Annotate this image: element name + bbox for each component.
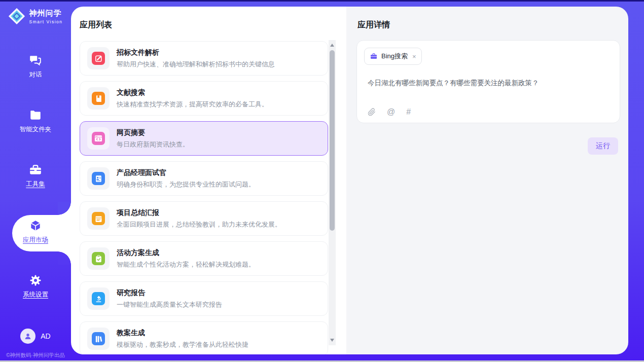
sidebar-item-toolset[interactable]: 工具集 — [0, 163, 71, 189]
edit-doc-icon — [94, 54, 103, 63]
chat-icon — [29, 54, 42, 67]
app-desc: 明确身份和职责，为您提供专业性的面试问题。 — [117, 180, 255, 189]
app-desc: 智能生成个性化活动方案，轻松解决规划难题。 — [117, 260, 255, 269]
sidebar-item-label: 对话 — [29, 70, 42, 79]
tool-tag-bing-search[interactable]: Bing搜索 × — [364, 48, 422, 65]
top-edge-bar — [0, 0, 644, 2]
prompt-input[interactable]: 今日湖北有哪些新闻要点？有哪些需要关注的最新政策？ — [368, 78, 610, 88]
sidebar-item-settings[interactable]: 系统设置 — [0, 274, 71, 299]
sidebar-item-label: 系统设置 — [23, 291, 48, 299]
briefcase-icon — [370, 52, 378, 60]
resume-icon — [94, 174, 103, 183]
run-button[interactable]: 运行 — [588, 137, 618, 155]
folder-icon — [29, 108, 42, 122]
app-name: 招标文件解析 — [117, 48, 275, 57]
scroll-up-arrow-icon[interactable] — [330, 44, 334, 47]
attachment-icon[interactable] — [368, 108, 376, 116]
app-item-webpage-summary[interactable]: 网页摘要 每日政府新闻资讯快查。 — [80, 121, 328, 156]
brand-name: 神州问学 — [29, 9, 62, 18]
scrollbar[interactable] — [329, 40, 336, 345]
tool-tag-label: Bing搜索 — [381, 52, 408, 61]
sidebar-item-chat[interactable]: 对话 — [0, 54, 71, 79]
remove-tool-icon[interactable]: × — [412, 53, 416, 60]
calendar-icon — [94, 214, 103, 223]
app-detail-panel: 应用详情 Bing搜索 × 今日湖北有哪些新闻要点？有哪些需要关注的最新政策？ — [346, 7, 628, 354]
sidebar-item-app-market[interactable]: 应用市场 — [0, 219, 71, 244]
brand-logo: 神州问学 Smart Vision — [0, 8, 71, 25]
app-detail-title: 应用详情 — [357, 20, 390, 30]
microscope-icon — [94, 295, 103, 303]
app-item-literature-search[interactable]: 文献搜索 快速精准查找学术资源，提高研究效率的必备工具。 — [80, 81, 328, 116]
app-item-project-summary[interactable]: 项目总结汇报 全面回顾项目进展，总结经验教训，助力未来优化发展。 — [80, 201, 328, 236]
diamond-logo-icon — [8, 8, 25, 25]
cube-icon — [29, 219, 42, 232]
sidebar: 神州问学 Smart Vision 对话 智能文件夹 — [0, 0, 71, 362]
person-icon — [23, 332, 32, 341]
toolbox-icon — [29, 163, 42, 176]
clipboard-check-icon — [94, 255, 103, 263]
sidebar-item-label: 工具集 — [26, 180, 45, 189]
hash-icon[interactable]: # — [406, 108, 411, 116]
app-item-research-report[interactable]: 研究报告 一键智能生成高质量长文本研究报告 — [80, 281, 328, 316]
app-name: 活动方案生成 — [117, 248, 255, 258]
app-name: 产品经理面试官 — [117, 168, 255, 177]
gear-icon — [29, 274, 42, 287]
app-desc: 快速精准查找学术资源，提高研究效率的必备工具。 — [117, 100, 268, 109]
sidebar-item-label: 应用市场 — [23, 236, 48, 244]
app-name: 网页摘要 — [117, 128, 189, 137]
app-name: 文献搜索 — [117, 88, 268, 97]
app-desc: 每日政府新闻资讯快查。 — [117, 140, 189, 149]
app-item-bid-doc-parse[interactable]: 招标文件解析 帮助用户快速、准确地理解和解析招标书中的关键信息 — [80, 41, 328, 76]
app-desc: 全面回顾项目进展，总结经验教训，助力未来优化发展。 — [117, 220, 281, 229]
copyright-footer: ©神州数码·神州问学出品 — [0, 352, 71, 359]
app-name: 研究报告 — [117, 288, 222, 298]
sidebar-item-smart-folder[interactable]: 智能文件夹 — [0, 108, 71, 134]
book-icon — [94, 94, 103, 103]
books-icon — [94, 335, 103, 343]
app-desc: 帮助用户快速、准确地理解和解析招标书中的关键信息 — [117, 60, 275, 69]
app-name: 教案生成 — [117, 329, 248, 338]
app-list-panel: 应用列表 招标文件解析 帮助用户快速、准确地理解和解析招标书中的关键信息 — [71, 7, 346, 354]
prompt-toolbar: @ # — [368, 108, 411, 116]
app-item-pm-interviewer[interactable]: 产品经理面试官 明确身份和职责，为您提供专业性的面试问题。 — [80, 161, 328, 196]
brand-subtitle: Smart Vision — [29, 19, 62, 24]
avatar — [20, 329, 35, 344]
app-item-lesson-plan[interactable]: 教案生成 模板驱动，教案秒成，教学准备从此轻松快捷 — [80, 321, 328, 354]
scrollbar-thumb[interactable] — [330, 50, 335, 231]
browser-code-icon — [94, 134, 103, 143]
app-window: 神州问学 Smart Vision 对话 智能文件夹 — [0, 0, 644, 362]
app-item-activity-plan[interactable]: 活动方案生成 智能生成个性化活动方案，轻松解决规划难题。 — [80, 241, 328, 276]
mention-icon[interactable]: @ — [387, 108, 395, 116]
user-initials: AD — [41, 332, 50, 340]
app-desc: 一键智能生成高质量长文本研究报告 — [117, 300, 222, 309]
main-content: 应用列表 招标文件解析 帮助用户快速、准确地理解和解析招标书中的关键信息 — [71, 7, 628, 354]
app-name: 项目总结汇报 — [117, 208, 281, 218]
prompt-card[interactable]: Bing搜索 × 今日湖北有哪些新闻要点？有哪些需要关注的最新政策？ @ # — [356, 40, 620, 123]
app-list-title: 应用列表 — [80, 20, 112, 30]
app-list: 招标文件解析 帮助用户快速、准确地理解和解析招标书中的关键信息 文献搜索 快速精… — [80, 41, 328, 354]
scroll-down-arrow-icon[interactable] — [330, 339, 334, 342]
app-desc: 模板驱动，教案秒成，教学准备从此轻松快捷 — [117, 340, 248, 349]
sidebar-item-label: 智能文件夹 — [20, 125, 52, 134]
user-profile[interactable]: AD — [0, 329, 71, 344]
